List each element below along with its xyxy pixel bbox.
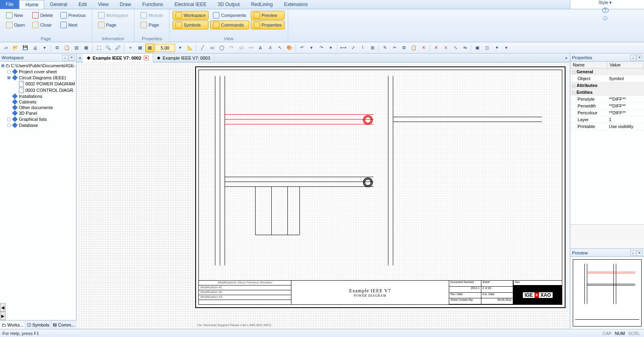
tree-other-docs[interactable]: Other documents <box>0 105 76 110</box>
qt-insert-icon[interactable]: ◫ <box>483 43 491 52</box>
preview-thumbnail[interactable] <box>573 259 642 327</box>
qt-redo-icon[interactable]: ↷ <box>317 43 326 52</box>
drawing-canvas[interactable]: Modifications Since Previous Revision Mo… <box>76 62 570 329</box>
props-col-value[interactable]: Value <box>607 62 644 68</box>
doctab-0003[interactable]: ◆ Example IEEE V7: 0003 <box>153 54 215 62</box>
prop-row[interactable]: ObjectSymbol <box>570 75 644 82</box>
qt-redo-dd-icon[interactable]: ▾ <box>326 43 335 52</box>
preview-close-icon[interactable]: ✕ <box>637 250 642 256</box>
qt-delete-icon[interactable]: ✕ <box>419 43 428 52</box>
prop-row[interactable]: Pencolour**DIFF** <box>570 110 644 116</box>
qt-more-icon[interactable]: ▾ <box>502 43 511 52</box>
prop-row[interactable]: Penstyle**DIFF** <box>570 96 644 103</box>
tab-home[interactable]: Home <box>19 0 44 9</box>
btab-symbols[interactable]: ◫Symbols <box>25 320 51 329</box>
properties-close-icon[interactable]: ✕ <box>637 55 642 60</box>
help-icon[interactable]: ? <box>602 8 609 13</box>
qt-extend-icon[interactable]: ⤡ <box>451 43 460 52</box>
qt-arc-icon[interactable]: ◠ <box>227 43 236 52</box>
next-button[interactable]: Next <box>58 21 89 29</box>
qt-undo-icon[interactable]: ↶ <box>297 43 306 52</box>
doctab-next-icon[interactable]: ▸ <box>564 55 570 60</box>
tab-file[interactable]: File <box>0 0 19 9</box>
qt-sheet1-icon[interactable]: ▥ <box>72 43 81 52</box>
qt-line-icon[interactable]: ╱ <box>198 43 207 52</box>
qt-zoom-fit-icon[interactable]: ⛶ <box>94 43 103 52</box>
tab-general[interactable]: General <box>44 0 73 9</box>
qt-sheet2-icon[interactable]: ▦ <box>82 43 91 52</box>
tab-edit[interactable]: Edit <box>73 0 93 9</box>
preview-pin-icon[interactable]: ⊥ <box>630 250 636 256</box>
qt-print-dropdown-icon[interactable]: ▾ <box>40 43 49 52</box>
btab-workspace[interactable]: 🗀Works... <box>0 320 25 329</box>
prop-row[interactable]: Penwidth**DIFF** <box>570 103 644 110</box>
btab-commands[interactable]: ▤Comm... <box>51 320 77 329</box>
close-tab-icon[interactable]: ✕ <box>144 56 149 60</box>
tree-graphical-lists[interactable]: ▢Graphical lists <box>0 116 76 122</box>
qt-mirror-icon[interactable]: ⇋ <box>460 43 469 52</box>
tree-page-0003[interactable]: ·0003 CONTROL DIAGR. <box>0 87 76 93</box>
view-properties-toggle[interactable]: Properties <box>251 21 285 29</box>
view-symbols-toggle[interactable]: Symbols <box>173 21 208 29</box>
qt-trim1-icon[interactable]: ✕ <box>431 43 440 52</box>
qt-copy-icon[interactable]: ⧉ <box>53 43 62 52</box>
qt-grid-icon[interactable]: ▦ <box>136 43 144 52</box>
info-page-button[interactable]: Page <box>95 21 131 29</box>
qt-dim4-icon[interactable]: ⊞ <box>368 43 377 52</box>
qt-copy2-icon[interactable]: ⧉ <box>400 43 409 52</box>
info-workspace-button[interactable]: Workspace <box>95 11 131 20</box>
qt-trim2-icon[interactable]: ⤫ <box>441 43 450 52</box>
qt-ellipse-icon[interactable]: ⬭ <box>237 43 246 52</box>
tree-database[interactable]: ▢Database <box>0 122 76 128</box>
prop-category[interactable]: Attributes <box>570 82 644 89</box>
qt-circle-icon[interactable]: ◯ <box>217 43 226 52</box>
qt-paste2-icon[interactable]: 📋 <box>409 43 418 52</box>
workspace-pin-icon[interactable]: ⊥ <box>62 55 68 60</box>
tab-functions[interactable]: Functions <box>137 0 169 9</box>
qt-pointer-icon[interactable]: ↖ <box>275 43 284 52</box>
qt-grid-dropdown-icon[interactable]: ▾ <box>176 43 185 52</box>
qt-spline-icon[interactable]: 〰 <box>246 43 255 52</box>
props-col-name[interactable]: Name <box>570 62 607 68</box>
new-button[interactable]: New <box>3 11 28 20</box>
qt-block-icon[interactable]: ▣ <box>473 43 482 52</box>
close-button[interactable]: Close <box>29 21 56 29</box>
view-workspace-toggle[interactable]: Workspace <box>173 11 208 20</box>
qt-ruler-icon[interactable]: 📐 <box>186 43 194 52</box>
delete-button[interactable]: Delete <box>29 11 56 20</box>
qt-edit-icon[interactable]: ✎ <box>380 43 389 52</box>
qt-dim3-icon[interactable]: └ <box>358 43 367 52</box>
tab-redlining[interactable]: RedLining <box>246 0 279 9</box>
tab-extensions[interactable]: Extensions <box>279 0 314 9</box>
prop-row[interactable]: Layer1 <box>570 116 644 123</box>
qt-gridsnap-icon[interactable]: ▦ <box>145 43 154 52</box>
grid-size-input[interactable] <box>155 44 175 52</box>
prop-category[interactable]: Entities <box>570 89 644 96</box>
style-menu[interactable]: Style ▾ <box>599 0 612 5</box>
tree-hscroll[interactable]: ◂▸ <box>0 303 76 320</box>
qt-rect-icon[interactable]: ▭ <box>208 43 217 52</box>
qt-explode-icon[interactable]: ✦ <box>492 43 501 52</box>
tab-view[interactable]: View <box>93 0 114 9</box>
qt-text-icon[interactable]: A <box>256 43 265 52</box>
properties-pin-icon[interactable]: ⊥ <box>630 55 636 60</box>
tree-cover-sheet[interactable]: ▢Project cover sheet <box>0 68 76 74</box>
qt-zoom-in-icon[interactable]: 🔍 <box>104 43 113 52</box>
qt-snap-icon[interactable]: ⌖ <box>126 43 135 52</box>
qt-new-icon[interactable]: ▱ <box>2 43 10 52</box>
tree-root[interactable]: ▣🗀C:\Users\Public\Documents\IGE- <box>0 62 76 68</box>
props-module-button[interactable]: Module <box>138 11 166 20</box>
tree-installations[interactable]: Installations <box>0 93 76 99</box>
qt-paste-icon[interactable]: 📋 <box>62 43 71 52</box>
tab-3d-output[interactable]: 3D Output <box>212 0 246 9</box>
tab-electrical-ieee[interactable]: Electrical IEEE <box>169 0 212 9</box>
qt-undo-dd-icon[interactable]: ▾ <box>307 43 316 52</box>
prop-row[interactable]: PrintableUse visibility <box>570 123 644 130</box>
qt-open-icon[interactable]: 📂 <box>11 43 20 52</box>
info-icon[interactable]: ⓘ <box>603 15 607 21</box>
qt-label-icon[interactable]: 𝘈 <box>266 43 275 52</box>
qt-zoom-out-icon[interactable]: 🔎 <box>114 43 122 52</box>
tree-cabinets[interactable]: Cabinets <box>0 99 76 105</box>
tab-draw[interactable]: Draw <box>114 0 137 9</box>
qt-save-icon[interactable]: 💾 <box>21 43 30 52</box>
